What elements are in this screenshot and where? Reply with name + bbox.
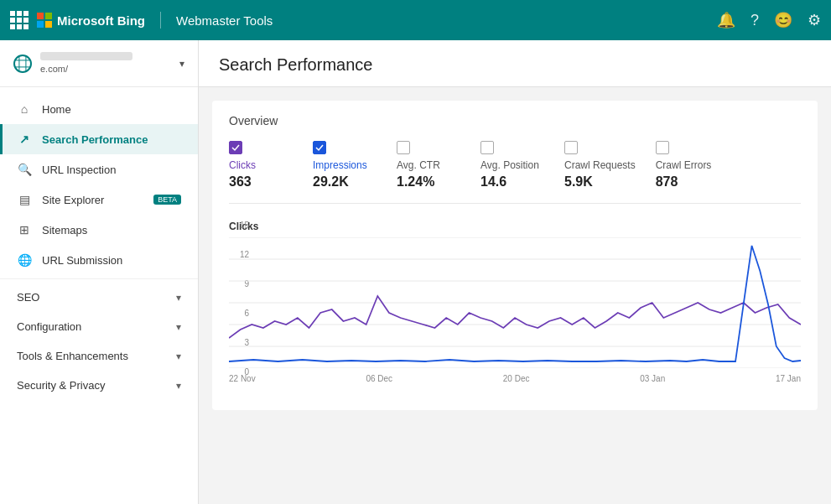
- chart-svg-wrapper: 22 Nov 06 Dec 20 Dec 03 Jan 17 Jan: [229, 237, 801, 388]
- chart-container: 15 12 9 6 3 0: [229, 237, 801, 388]
- url-inspection-icon: 🔍: [17, 163, 32, 176]
- site-explorer-icon: ▤: [17, 193, 32, 206]
- x-axis: 22 Nov 06 Dec 20 Dec 03 Jan 17 Jan: [229, 371, 801, 383]
- tools-section-label: Tools & Enhancements: [17, 350, 166, 362]
- sidebar-item-url-submission[interactable]: 🌐 URL Submission: [0, 245, 198, 275]
- settings-icon[interactable]: ⚙: [808, 11, 821, 29]
- clicks-checkbox[interactable]: [229, 141, 242, 154]
- metric-avg-ctr: Avg. CTR 1.24%: [397, 141, 480, 190]
- overview-section: Overview Clicks 363: [212, 101, 818, 410]
- sidebar-item-sitemaps-label: Sitemaps: [42, 224, 181, 236]
- notification-icon[interactable]: 🔔: [717, 11, 735, 29]
- metric-crawl-requests: Crawl Requests 5.9K: [564, 141, 656, 190]
- microsoft-logo: Microsoft Bing: [37, 13, 145, 28]
- sidebar-item-sitemaps[interactable]: ⊞ Sitemaps: [0, 215, 198, 245]
- sidebar-section-configuration[interactable]: Configuration ▾: [0, 312, 198, 341]
- crawl-requests-checkbox[interactable]: [564, 141, 578, 154]
- clicks-value: 363: [229, 174, 293, 190]
- feedback-icon[interactable]: 😊: [774, 11, 792, 29]
- grid-menu-icon[interactable]: [10, 11, 29, 29]
- sitemaps-icon: ⊞: [17, 223, 32, 236]
- top-navigation: Microsoft Bing Webmaster Tools 🔔 ? 😊 ⚙: [0, 0, 831, 40]
- url-submission-icon: 🌐: [17, 253, 32, 267]
- chart-svg: [229, 237, 801, 368]
- page-title: Search Performance: [219, 55, 811, 75]
- security-chevron-icon: ▾: [176, 380, 181, 392]
- chart-area: Clicks 15 12 9 6 3 0: [229, 221, 801, 397]
- crawl-errors-checkbox[interactable]: [656, 141, 669, 154]
- ms-squares-icon: [37, 13, 52, 28]
- impressions-label: Impressions: [313, 159, 377, 171]
- x-label-20dec: 20 Dec: [503, 374, 530, 383]
- avg-ctr-checkbox[interactable]: [397, 141, 410, 154]
- impressions-value: 29.2K: [313, 174, 377, 190]
- tools-chevron-icon: ▾: [176, 351, 181, 362]
- sidebar-item-search-performance[interactable]: ↗ Search Performance: [0, 124, 198, 154]
- configuration-section-label: Configuration: [17, 320, 166, 333]
- help-icon[interactable]: ?: [750, 12, 759, 29]
- configuration-chevron-icon: ▾: [176, 321, 181, 333]
- sidebar-item-search-performance-label: Search Performance: [42, 133, 181, 146]
- sidebar: e.com/ ▾ ⌂ Home ↗ Search Performance 🔍 U…: [0, 40, 199, 504]
- site-selector[interactable]: e.com/ ▾: [0, 40, 198, 87]
- overview-title: Overview: [229, 114, 801, 127]
- nav-divider-1: [0, 278, 198, 279]
- site-selector-chevron-icon: ▾: [179, 58, 184, 70]
- impressions-checkbox[interactable]: [313, 141, 326, 154]
- beta-badge: BETA: [153, 195, 181, 205]
- search-performance-icon: ↗: [17, 132, 32, 146]
- page-header: Search Performance: [199, 40, 831, 87]
- chart-title: Clicks: [229, 221, 801, 232]
- crawl-requests-label: Crawl Requests: [564, 159, 636, 171]
- home-icon: ⌂: [17, 102, 32, 116]
- avg-ctr-value: 1.24%: [397, 174, 460, 190]
- app-layout: e.com/ ▾ ⌂ Home ↗ Search Performance 🔍 U…: [0, 40, 831, 504]
- nav-items-list: ⌂ Home ↗ Search Performance 🔍 URL Inspec…: [0, 87, 198, 407]
- sidebar-item-home[interactable]: ⌂ Home: [0, 94, 198, 124]
- main-content: Search Performance Overview Clicks 363: [199, 40, 831, 504]
- site-url-sub: e.com/: [40, 64, 68, 74]
- crawl-errors-value: 878: [656, 174, 719, 190]
- metric-avg-position: Avg. Position 14.6: [480, 141, 564, 190]
- avg-position-checkbox[interactable]: [480, 141, 494, 154]
- x-label-17jan: 17 Jan: [776, 374, 801, 383]
- avg-position-value: 14.6: [480, 174, 544, 190]
- x-label-03jan: 03 Jan: [640, 374, 665, 383]
- site-url-masked: [40, 52, 132, 60]
- metrics-row: Clicks 363 Impressions 29.2K Avg: [229, 141, 801, 204]
- crawl-errors-label: Crawl Errors: [656, 159, 719, 171]
- metric-crawl-errors: Crawl Errors 878: [656, 141, 740, 190]
- product-name: Webmaster Tools: [176, 13, 273, 28]
- sidebar-item-url-inspection[interactable]: 🔍 URL Inspection: [0, 154, 198, 184]
- sidebar-item-url-submission-label: URL Submission: [42, 254, 181, 267]
- content-body: Overview Clicks 363: [199, 87, 831, 423]
- security-section-label: Security & Privacy: [17, 379, 166, 392]
- globe-icon: [13, 55, 32, 73]
- avg-position-label: Avg. Position: [480, 159, 544, 171]
- brand-name: Microsoft Bing: [57, 13, 145, 28]
- nav-brand-divider: [160, 12, 161, 29]
- sidebar-item-site-explorer[interactable]: ▤ Site Explorer BETA: [0, 184, 198, 215]
- x-label-06dec: 06 Dec: [366, 374, 392, 383]
- x-label-22nov: 22 Nov: [229, 374, 256, 383]
- site-url-display: e.com/: [40, 52, 171, 75]
- sidebar-item-url-inspection-label: URL Inspection: [42, 164, 181, 176]
- y-label-15: 15: [240, 221, 249, 230]
- seo-section-label: SEO: [17, 291, 166, 304]
- metric-impressions: Impressions 29.2K: [313, 141, 397, 190]
- avg-ctr-label: Avg. CTR: [397, 159, 460, 171]
- sidebar-section-tools[interactable]: Tools & Enhancements ▾: [0, 341, 198, 371]
- sidebar-section-security[interactable]: Security & Privacy ▾: [0, 371, 198, 400]
- sidebar-item-home-label: Home: [42, 103, 181, 116]
- clicks-label: Clicks: [229, 159, 293, 171]
- sidebar-item-site-explorer-label: Site Explorer: [42, 194, 140, 206]
- seo-chevron-icon: ▾: [176, 292, 181, 304]
- sidebar-section-seo[interactable]: SEO ▾: [0, 283, 198, 312]
- metric-clicks: Clicks 363: [229, 141, 313, 190]
- crawl-requests-value: 5.9K: [564, 174, 636, 190]
